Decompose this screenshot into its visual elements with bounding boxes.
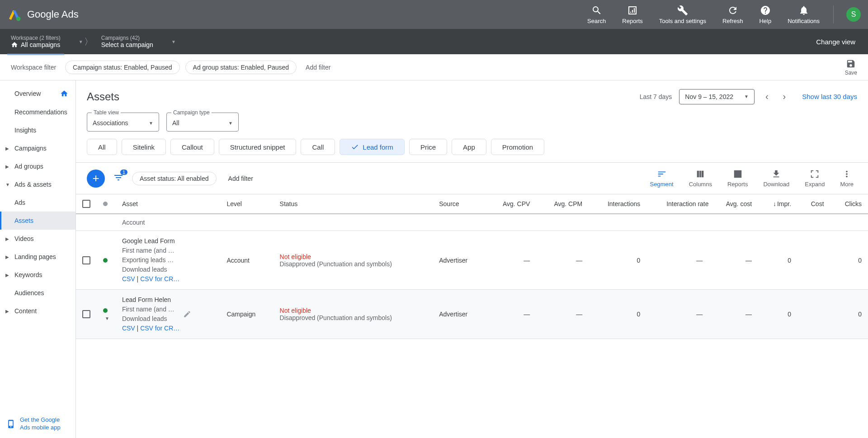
- tab-all[interactable]: All: [87, 139, 117, 155]
- tab-app[interactable]: App: [452, 139, 486, 155]
- tab-callout[interactable]: Callout: [170, 139, 214, 155]
- notifications-button[interactable]: Notifications: [779, 5, 828, 24]
- col-clicks[interactable]: Clicks: [830, 194, 868, 214]
- campaign-type-select[interactable]: Campaign type All ▼: [166, 113, 239, 132]
- page-title: Assets: [87, 90, 119, 103]
- change-view-link[interactable]: Change view: [807, 38, 864, 46]
- mobile-app-promo[interactable]: Get the Google Ads mobile app: [4, 414, 63, 434]
- save-button[interactable]: Save: [845, 59, 857, 76]
- tab-sitelink[interactable]: Sitelink: [122, 139, 166, 155]
- sidebar-item-audiences[interactable]: Audiences: [0, 284, 75, 302]
- bell-icon: [798, 5, 809, 16]
- sidebar-item-assets[interactable]: Assets: [0, 212, 75, 230]
- tools-button[interactable]: Tools and settings: [651, 5, 714, 24]
- search-icon: [591, 5, 602, 16]
- date-prev-button[interactable]: ‹: [762, 88, 772, 105]
- col-cost[interactable]: Cost: [797, 194, 830, 214]
- select-all-checkbox[interactable]: [82, 200, 90, 208]
- campaign-selector[interactable]: Campaigns (42) Select a campaign: [94, 32, 160, 51]
- sidebar-item-content[interactable]: ▶Content: [0, 302, 75, 320]
- sidebar-item-keywords[interactable]: ▶Keywords: [0, 266, 75, 284]
- date-range-picker[interactable]: Nov 9 – 15, 2022 ▼: [679, 89, 755, 104]
- tab-lead-form[interactable]: Lead form: [340, 139, 405, 155]
- google-ads-logo-icon: [7, 7, 22, 22]
- more-button[interactable]: More: [836, 169, 857, 188]
- chevron-down-icon: ▼: [228, 121, 233, 126]
- brand-text: Google Ads: [27, 9, 79, 20]
- show-30-days-link[interactable]: Show last 30 days: [797, 93, 857, 100]
- tab-call[interactable]: Call: [301, 139, 335, 155]
- help-icon: [760, 5, 771, 16]
- chevron-down-icon[interactable]: ▼: [79, 39, 83, 44]
- workspace-selector[interactable]: Workspace (2 filters) All campaigns: [4, 32, 68, 51]
- csv-link[interactable]: CSV: [122, 325, 135, 332]
- download-button[interactable]: Download: [760, 169, 793, 188]
- sidebar-item-ad-groups[interactable]: ▶Ad groups: [0, 157, 75, 175]
- filter-chip-asset-status[interactable]: Asset status: All enabled: [132, 172, 217, 185]
- sidebar-item-landing-pages[interactable]: ▶Landing pages: [0, 248, 75, 266]
- chevron-down-icon[interactable]: ▼: [171, 39, 176, 44]
- col-status[interactable]: Status: [274, 194, 433, 214]
- csv-crm-link[interactable]: CSV for CR…: [140, 275, 179, 283]
- mobile-icon: [6, 419, 15, 429]
- segment-button[interactable]: Segment: [646, 169, 677, 188]
- expand-icon: [810, 169, 820, 179]
- add-button[interactable]: +: [87, 170, 105, 188]
- sidebar-item-overview[interactable]: Overview: [0, 84, 75, 103]
- col-impr[interactable]: ↓Impr.: [758, 194, 797, 214]
- csv-crm-link[interactable]: CSV for CR…: [140, 325, 179, 332]
- date-next-button[interactable]: ›: [779, 88, 790, 105]
- asset-cell: Google Lead Form First name (and … Expor…: [122, 236, 185, 284]
- col-interaction-rate[interactable]: Interaction rate: [646, 194, 709, 214]
- table-header-row: Asset Level Status Source Avg. CPV Avg. …: [76, 194, 868, 214]
- save-icon: [846, 59, 856, 69]
- col-source[interactable]: Source: [433, 194, 485, 214]
- add-filter-link[interactable]: Add filter: [225, 175, 257, 182]
- refresh-button[interactable]: Refresh: [714, 5, 751, 24]
- reports-button[interactable]: Reports: [724, 169, 752, 188]
- divider: [833, 5, 834, 24]
- row-checkbox[interactable]: [82, 256, 90, 264]
- status-text: Not eligible: [280, 307, 427, 314]
- csv-link[interactable]: CSV: [122, 275, 135, 283]
- edit-icon[interactable]: [183, 310, 191, 318]
- filter-chip-campaign-status[interactable]: Campaign status: Enabled, Paused: [65, 61, 179, 74]
- tab-promotion[interactable]: Promotion: [491, 139, 544, 155]
- chevron-down-icon: ▼: [149, 121, 153, 126]
- col-asset[interactable]: Asset: [116, 194, 220, 214]
- col-interactions[interactable]: Interactions: [589, 194, 646, 214]
- avatar[interactable]: S: [846, 7, 861, 22]
- nav-bar: Workspace (2 filters) All campaigns ▼ 〉 …: [0, 29, 868, 54]
- logo[interactable]: Google Ads: [7, 7, 79, 22]
- sidebar-item-ads-assets[interactable]: ▼Ads & assets: [0, 175, 75, 193]
- table-view-select[interactable]: Table view Associations ▼: [87, 113, 159, 132]
- tab-structured-snippet[interactable]: Structured snippet: [219, 139, 297, 155]
- assets-table: Asset Level Status Source Avg. CPV Avg. …: [76, 194, 868, 339]
- col-avg-cpm[interactable]: Avg. CPM: [536, 194, 589, 214]
- sidebar-item-ads[interactable]: Ads: [0, 193, 75, 212]
- sidebar-item-insights[interactable]: Insights: [0, 121, 75, 139]
- tab-price[interactable]: Price: [409, 139, 447, 155]
- filter-chip-adgroup-status[interactable]: Ad group status: Enabled, Paused: [185, 61, 297, 74]
- columns-icon: [695, 169, 705, 179]
- col-avg-cost[interactable]: Avg. cost: [709, 194, 758, 214]
- search-button[interactable]: Search: [579, 5, 614, 24]
- columns-button[interactable]: Columns: [685, 169, 716, 188]
- help-button[interactable]: Help: [751, 5, 779, 24]
- reports-button[interactable]: Reports: [614, 5, 651, 24]
- expand-button[interactable]: Expand: [801, 169, 828, 188]
- status-dot-enabled: [103, 308, 108, 313]
- chevron-right-icon: ▶: [5, 273, 10, 278]
- chevron-right-icon: ▶: [5, 254, 10, 259]
- chevron-right-icon: ▶: [5, 146, 10, 151]
- sidebar-item-videos[interactable]: ▶Videos: [0, 230, 75, 248]
- row-checkbox[interactable]: [82, 310, 90, 318]
- chevron-down-icon[interactable]: ▼: [105, 316, 109, 321]
- chevron-right-icon: ▶: [5, 164, 10, 169]
- col-avg-cpv[interactable]: Avg. CPV: [485, 194, 536, 214]
- filter-button[interactable]: 1: [113, 172, 124, 184]
- sidebar-item-campaigns[interactable]: ▶Campaigns: [0, 139, 75, 157]
- col-level[interactable]: Level: [220, 194, 273, 214]
- add-filter-link[interactable]: Add filter: [302, 64, 334, 71]
- sidebar-item-recommendations[interactable]: Recommendations: [0, 103, 75, 121]
